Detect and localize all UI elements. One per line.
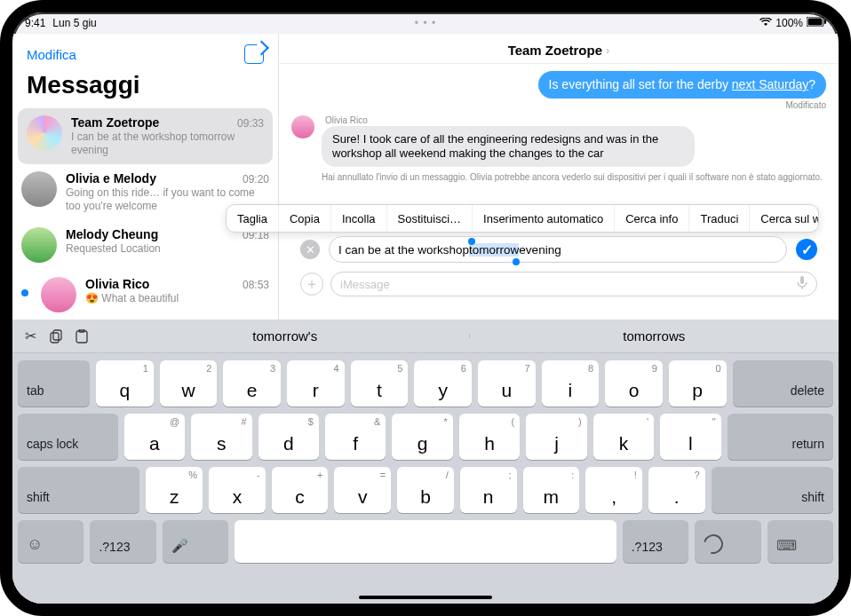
conversation-preview: I can be at the workshop tomorrow evenin… xyxy=(71,130,264,157)
cancel-edit-button[interactable]: ✕ xyxy=(300,240,320,259)
status-date: Lun 5 giu xyxy=(52,17,96,29)
key-shift-left[interactable]: shift xyxy=(18,467,139,513)
conversation-preview: Requested Location xyxy=(66,242,269,256)
svg-rect-6 xyxy=(53,330,61,340)
key-dictate[interactable] xyxy=(163,520,228,563)
conversation-time: 08:53 xyxy=(243,279,269,291)
ctx-autofill[interactable]: Inserimento automatico xyxy=(473,205,615,232)
key-d[interactable]: d$ xyxy=(258,414,319,460)
key-.[interactable]: .? xyxy=(648,467,705,513)
key-space[interactable] xyxy=(235,520,616,563)
key-r[interactable]: r4 xyxy=(287,360,345,407)
avatar xyxy=(21,171,57,207)
key-e[interactable]: e3 xyxy=(223,360,281,407)
imessage-input[interactable]: iMessage xyxy=(330,272,817,296)
key-s[interactable]: s# xyxy=(191,414,251,460)
conversation-preview: 😍 What a beautiful xyxy=(85,292,269,305)
key-j[interactable]: j) xyxy=(526,414,586,460)
key-u[interactable]: u7 xyxy=(478,360,536,407)
edited-label: Modificato xyxy=(785,100,826,110)
key-capslock[interactable]: caps lock xyxy=(18,414,118,460)
svg-rect-7 xyxy=(76,331,87,343)
key-l[interactable]: l" xyxy=(660,414,720,460)
svg-rect-3 xyxy=(800,276,804,284)
key-,[interactable]: ,! xyxy=(585,467,642,513)
attach-button[interactable]: ＋ xyxy=(300,272,323,296)
key-v[interactable]: v= xyxy=(334,467,391,513)
key-i[interactable]: i8 xyxy=(542,360,600,407)
multitask-dots[interactable]: • • • xyxy=(415,17,436,29)
dictate-icon[interactable] xyxy=(797,276,807,293)
key-return[interactable]: return xyxy=(728,414,833,460)
unread-dot xyxy=(21,289,28,296)
key-o[interactable]: o9 xyxy=(605,360,663,407)
conversation-name: Olivia e Melody xyxy=(66,171,156,186)
avatar xyxy=(27,115,62,151)
avatar xyxy=(21,227,57,263)
key-hide-keyboard[interactable] xyxy=(767,520,833,563)
key-m[interactable]: m: xyxy=(523,467,580,513)
key-h[interactable]: h( xyxy=(459,414,520,460)
ctx-replace[interactable]: Sostituisci… xyxy=(387,205,473,232)
key-delete[interactable]: delete xyxy=(733,360,833,407)
battery-icon xyxy=(807,17,826,29)
key-scribble[interactable] xyxy=(695,520,760,563)
imessage-placeholder: iMessage xyxy=(340,278,390,291)
ctx-paste[interactable]: Incolla xyxy=(331,205,387,232)
key-q[interactable]: q1 xyxy=(96,360,154,407)
edit-button[interactable]: Modifica xyxy=(27,47,76,62)
ctx-searchweb[interactable]: Cerca sul web xyxy=(750,205,819,232)
confirm-edit-button[interactable]: ✓ xyxy=(796,239,817,260)
svg-rect-5 xyxy=(51,333,59,343)
key-b[interactable]: b/ xyxy=(397,467,454,513)
key-t[interactable]: t5 xyxy=(351,360,409,407)
conversation-row[interactable]: Team Zoetrope 09:33 I can be at the work… xyxy=(18,108,273,164)
wifi-icon xyxy=(760,17,772,29)
key-c[interactable]: c+ xyxy=(272,467,329,513)
compose-button[interactable] xyxy=(244,44,264,64)
ctx-translate[interactable]: Traduci xyxy=(689,205,750,232)
key-x[interactable]: x- xyxy=(209,467,266,513)
ctx-copy[interactable]: Copia xyxy=(279,205,331,232)
conversation-row[interactable]: Olivia Rico 08:53 😍 What a beautiful xyxy=(12,270,278,320)
conversation-name: Olivia Rico xyxy=(85,277,149,291)
svg-rect-1 xyxy=(808,19,823,26)
key-a[interactable]: a@ xyxy=(124,414,185,460)
scribble-icon xyxy=(704,534,723,554)
ctx-cut[interactable]: Taglia xyxy=(227,205,279,232)
key-emoji[interactable] xyxy=(18,520,84,563)
prediction[interactable]: tomorrows xyxy=(470,328,839,344)
edit-message-input[interactable]: I can be at the workshop tomorrow evenin… xyxy=(329,236,787,263)
key-k[interactable]: k' xyxy=(593,414,654,460)
chat-header[interactable]: Team Zoetrope › xyxy=(279,34,839,64)
copy-icon[interactable] xyxy=(49,329,63,344)
sender-name: Olivia Rico xyxy=(325,115,695,125)
key-n[interactable]: n; xyxy=(460,467,517,513)
cut-icon[interactable]: ✂ xyxy=(25,328,36,344)
key-p[interactable]: p0 xyxy=(669,360,727,407)
paste-icon[interactable] xyxy=(76,329,88,344)
ctx-lookup[interactable]: Cerca info xyxy=(615,205,689,232)
key-tab[interactable]: tab xyxy=(18,360,90,407)
onscreen-keyboard: ✂ tomorrow's tomorrows tab q1w2e3r4t5y6u… xyxy=(12,320,839,604)
key-y[interactable]: y6 xyxy=(414,360,472,407)
status-bar: 9:41 Lun 5 giu • • • 100% xyxy=(12,12,839,34)
key-shift-right[interactable]: shift xyxy=(712,467,833,513)
status-time: 9:41 xyxy=(25,17,45,29)
home-indicator[interactable] xyxy=(359,596,492,599)
page-title: Messaggi xyxy=(12,67,278,108)
key-numsym-left[interactable]: .?123 xyxy=(90,520,155,563)
key-z[interactable]: z% xyxy=(146,467,203,513)
key-g[interactable]: g* xyxy=(392,414,452,460)
outgoing-message[interactable]: Is everything all set for the derby next… xyxy=(538,71,826,99)
key-f[interactable]: f& xyxy=(325,414,386,460)
conversation-time: 09:33 xyxy=(237,117,264,130)
key-w[interactable]: w2 xyxy=(160,360,218,407)
key-numsym-right[interactable]: .?123 xyxy=(623,520,688,563)
battery-percent: 100% xyxy=(775,17,803,29)
chevron-right-icon: › xyxy=(606,43,609,57)
prediction[interactable]: tomorrow's xyxy=(100,328,470,344)
incoming-message[interactable]: Sure! I took care of all the engineering… xyxy=(322,126,695,168)
emoji-icon xyxy=(27,535,43,554)
svg-rect-2 xyxy=(824,20,826,24)
